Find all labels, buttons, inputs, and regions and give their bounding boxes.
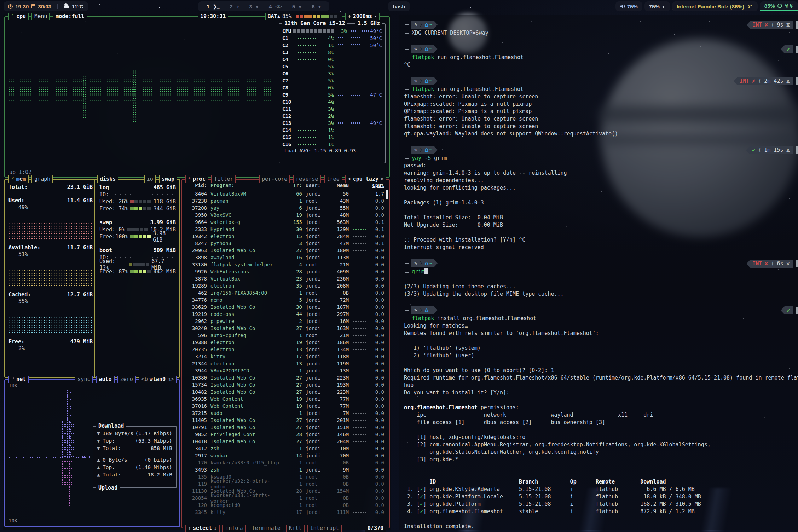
interval-decrease-button[interactable]: - [374,13,377,20]
process-row[interactable]: 19289electron35jordi208M0.0 [185,282,384,289]
process-row[interactable]: 19219code-oss44jordi297M0.0 [185,311,384,318]
nightlight-module[interactable]: 75% ◐ [644,1,670,11]
process-row[interactable]: 37238pacman1root43M0.0 [185,197,384,204]
workspace-button-4[interactable]: 4:</> [269,4,282,10]
proc-cpu-pct: 0.0 [369,467,384,473]
process-row[interactable]: 462irq/156-PIXA3854:001root0B0.0 [185,289,384,296]
col-cpu[interactable]: Cpu% [369,183,384,188]
process-row[interactable]: 19342electron15jordi284M0.0 [185,233,384,240]
process-row[interactable]: 119kworker/u32:2-btrfs-endio-1root0B0.0 [185,480,384,487]
process-row[interactable]: 33629Isolated Web Co30jordi187M0.0 [185,303,384,311]
workspace-button-3[interactable]: 3:● [249,4,259,10]
proc-option-per-core[interactable]: per-core [259,175,290,183]
workspace-button-5[interactable]: 5:● [292,4,301,10]
proc-memory: 0B [329,481,349,487]
process-row[interactable]: 20963Isolated Web Co27jordi180M0.0 [185,247,384,254]
workspace-button-1[interactable]: 1:❯_ [207,4,219,10]
proc-info-button[interactable]: info↵ [222,525,246,532]
command-text: run org.flameshot.Flameshot [434,86,524,92]
process-row[interactable]: 10791Isolated Web Co27jordi151M0.0 [185,424,384,431]
process-row[interactable]: 9664waterfox-g155jordi563M0.1 [185,219,384,226]
process-row[interactable]: 28854kworker/u33:1-btrfs-worker1root0B0.… [185,495,384,502]
mode-toggle[interactable]: mode:full [53,13,87,20]
proc-threads: 2 [288,318,302,324]
proc-option-reverse[interactable]: reverse [293,175,321,183]
proc-option-tree[interactable]: tree [324,175,342,183]
process-row[interactable]: 9852Privileged Cont28jordi146M0.0 [185,431,384,438]
process-row[interactable]: 8404VirtualBoxVM66jordi5G1.7 [185,190,384,197]
disk-row-value: 442 MiB [154,268,176,275]
process-row[interactable]: 596auto-cpufreq1root21M0.0 [185,332,384,339]
process-row[interactable]: 3878VirtualBox23jordi236M0.0 [185,275,384,282]
proc-cpu-graph [352,504,368,506]
terminal-window[interactable]: ✎❭⌂~INT✘⟨9s⧖XDG_CURRENT_DESKTOP=Sway✎❭⌂~… [399,15,798,530]
workspace-button-2[interactable]: 2:◑ [230,4,239,10]
menu-button[interactable]: Menu [31,13,50,20]
process-row[interactable]: 37208yay6jordi55M0.0 [185,204,384,212]
process-row[interactable]: 10380Isolated Web Co27jordi223M0.0 [185,374,384,381]
proc-user: jordi [306,219,329,225]
process-row[interactable]: 15734Isolated Web Co27jordi193M0.0 [185,381,384,388]
status-segment: INT✘⟨6s⧖ [746,260,793,268]
process-row[interactable]: 3214kitty17jordi118M0.0 [185,353,384,360]
sort-prev-arrow[interactable]: < [348,175,351,183]
process-row[interactable]: 33180flatpak-system-helper4root21M0.0 [185,261,384,268]
core-usage-graph [297,80,317,82]
proc-sort-selector[interactable]: <cpu lazy> [345,175,386,183]
wifi-module[interactable]: Internet Familie Bolz (86%) [672,1,758,11]
btop-window[interactable]: ¹cpu Menu mode:full 19:30:31 BAT▲ 85% + … [3,15,391,530]
process-row[interactable]: 170kworker/u33:0-i915_flip1root0B0.0 [185,459,384,466]
process-row[interactable]: 3944VBoxXPCOMIPCD1jordi13M0.0 [185,367,384,374]
proc-terminate-button[interactable]: Terminate [249,525,283,532]
workspace-button-6[interactable]: 6:● [312,4,321,10]
error-cross-icon: ✘ [765,260,768,267]
process-row[interactable]: 3345kitty17jordi111M0.0 [185,509,384,516]
proc-kill-button[interactable]: Kill [286,525,305,532]
process-row[interactable]: 37016Web Content19jordi77M0.0 [185,403,384,410]
sort-next-arrow[interactable]: > [380,175,383,183]
mem-graph-toggle[interactable]: graph [31,175,53,183]
interval-increase-button[interactable]: + [348,13,351,20]
net-download-stat-arrow-icon: ▼ [97,438,103,444]
process-row[interactable]: 10482Isolated Web Co27jordi223M0.0 [185,388,384,395]
disks-io-toggle[interactable]: io [144,175,156,183]
process-row[interactable]: 19388electron19jordi186M0.0 [185,339,384,346]
proc-cpu-graph [352,349,368,351]
proc-interrupt-button[interactable]: Interrupt [307,525,342,532]
process-row[interactable]: 21344electron13jordi119M0.0 [185,360,384,367]
volume-module[interactable]: 75% [615,1,642,11]
process-row[interactable]: 8247python33jordi47M0.1 [185,240,384,247]
process-row[interactable]: 3950VBoxSVC19jordi48M0.0 [185,212,384,219]
process-row[interactable]: 3412zsh1jordi10M0.0 [185,445,384,452]
chevron-separator-icon: ❭ [419,45,422,53]
col-user[interactable]: User: [306,183,329,188]
process-row[interactable]: 36935Web Content19jordi77M0.0 [185,395,384,403]
proc-filter-button[interactable]: filter [211,175,236,183]
proc-scrollbar-thumb[interactable] [386,190,388,200]
col-memory[interactable]: MemB [329,183,349,188]
select-up-arrow[interactable]: ↑ [188,525,191,532]
process-row[interactable]: 3898Xwayland16jordi113M0.0 [185,254,384,261]
process-row[interactable]: 2962pipewire2jordi16M0.0 [185,318,384,325]
process-row[interactable]: 34776nemo5jordi72M0.0 [185,296,384,303]
process-row[interactable]: 120kcompactd01root0B0.0 [185,502,384,509]
proc-select-control[interactable]: ↑select↓ [185,525,220,532]
disks-swap-toggle[interactable]: swap [159,175,177,183]
disk-size: 465 GiB [154,184,176,191]
battery-module[interactable]: 85% ↯↯ [760,1,798,11]
process-row[interactable]: 9926WebExtensions28jordi409M0.0 [185,268,384,275]
process-row[interactable]: 2917waybar14jordi70M0.0 [185,452,384,459]
process-row[interactable]: 30240Isolated Web Co27jordi163M0.0 [185,325,384,332]
col-pid[interactable]: Pid: [185,183,207,188]
process-row[interactable]: 10418Isolated Web Co27jordi204M0.0 [185,438,384,445]
process-row[interactable]: 20735electron13jordi134M0.0 [185,346,384,353]
proc-pid: 119 [185,481,207,487]
clock-date-weather-module[interactable]: 19:30 30/03 11°C [4,1,88,11]
process-row[interactable]: 11405Isolated Web Co27jordi201M0.0 [185,417,384,424]
col-program[interactable]: Program: [210,183,288,188]
process-row[interactable]: 37215sudo1jordi7M0.0 [185,410,384,417]
process-row[interactable]: 2333Hyprland30jordi129M0.1 [185,226,384,233]
select-down-arrow[interactable]: ↓ [214,525,217,532]
col-threads[interactable]: Tr: [288,183,302,188]
process-row[interactable]: 3493zsh1jordi9M0.0 [185,466,384,473]
